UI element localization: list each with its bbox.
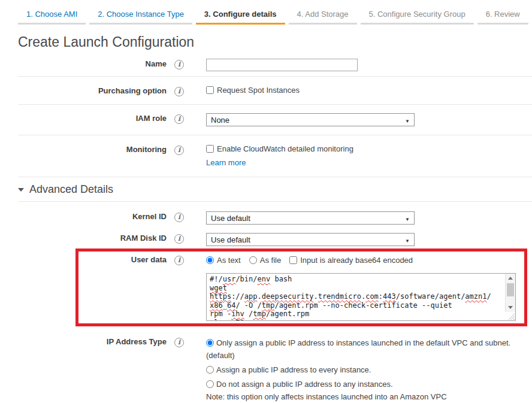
info-icon[interactable]: i [174,338,184,347]
monitoring-info: i [167,143,206,155]
tab-configure-details[interactable]: 3. Configure details [196,10,285,25]
user-data-label: User data [0,253,167,264]
dropdown-caret-icon [405,116,410,125]
wizard-steps: 1. Choose AMI2. Choose Instance Type3. C… [0,0,532,25]
iam-role-row: IAM role i None [0,105,532,135]
scroll-up-icon[interactable] [506,274,515,283]
user-data-textarea[interactable]: #!/usr/bin/env bashwgethttps://app.deeps… [206,273,516,321]
purchasing-option-label: Purchasing option [0,84,167,95]
kernel-id-select[interactable]: Use default [206,211,415,225]
ip-address-type-label: IP Address Type [0,335,167,346]
monitoring-row: Monitoring i Enable CloudWatch detailed … [0,135,532,177]
iam-role-label: IAM role [0,112,167,123]
ip-option-every-instance[interactable]: Assign a public IP address to every inst… [206,363,515,376]
purchasing-option-row: Purchasing option i Request Spot Instanc… [0,77,532,104]
ip-option-default-vpc[interactable]: Only assign a public IP address to insta… [206,337,515,362]
purchasing-info: i [167,84,206,96]
request-spot-instances-label: Request Spot Instances [217,86,300,95]
scroll-down-icon[interactable] [506,303,515,312]
dropdown-caret-icon [405,235,410,244]
base64-encoded-label: Input is already base64 encoded [300,256,413,265]
info-icon[interactable]: i [174,60,184,69]
monitoring-control: Enable CloudWatch detailed monitoring Le… [206,143,532,167]
ip-address-type-info: i [167,335,206,347]
ip-every-radio[interactable] [206,366,214,374]
as-file-radio[interactable] [249,256,257,264]
ram-disk-id-select[interactable]: Use default [206,233,415,246]
ip-option-default-vpc-label: Only assign a public IP address to insta… [206,338,510,360]
ip-none-radio[interactable] [206,380,214,388]
kernel-id-label: Kernel ID [0,210,167,221]
collapse-triangle-icon [18,188,24,192]
name-label: Name [0,57,167,68]
info-icon[interactable]: i [174,213,184,222]
info-icon[interactable]: i [174,146,184,155]
ram-disk-id-info: i [167,232,206,244]
info-icon[interactable]: i [174,87,184,96]
ip-address-note: Note: this option only affects instances… [206,392,515,401]
name-input[interactable] [206,59,358,71]
user-data-control: As text As file Input is already base64 … [206,253,532,321]
info-icon[interactable]: i [174,114,184,124]
textarea-scrollbar[interactable] [505,274,515,312]
ip-address-options: Only assign a public IP address to insta… [206,337,515,401]
name-info: i [167,57,206,69]
ip-address-type-control: Only assign a public IP address to insta… [206,335,532,401]
tab-configure-security-group: 5. Configure Security Group [361,10,474,25]
user-data-row: User data i As text As file Input is alr… [0,246,532,321]
tab-choose-ami[interactable]: 1. Choose AMI [18,10,86,25]
user-data-info: i [167,253,206,265]
cloudwatch-monitoring-checkbox[interactable] [206,145,214,153]
as-text-option[interactable]: As text [206,256,241,265]
cloudwatch-monitoring-label: Enable CloudWatch detailed monitoring [217,144,353,153]
as-file-label: As file [260,256,281,265]
kernel-id-info: i [167,210,206,222]
divider [18,177,532,177]
user-data-options: As text As file Input is already base64 … [206,254,532,265]
scrollbar-track[interactable] [506,296,515,303]
purchasing-control: Request Spot Instances [206,84,532,96]
ip-option-no-instances-label: Do not assign a public IP address to any… [216,380,393,389]
base64-encoded-option[interactable]: Input is already base64 encoded [289,256,413,265]
ip-address-type-row: IP Address Type i Only assign a public I… [0,321,532,401]
tab-add-storage: 4. Add Storage [289,10,357,25]
resize-grip-icon[interactable] [508,313,515,320]
as-file-option[interactable]: As file [249,256,281,265]
user-data-text: #!/usr/bin/env bashwgethttps://app.deeps… [207,274,504,320]
base64-encoded-checkbox[interactable] [289,256,297,264]
create-launch-configuration-page: 1. Choose AMI2. Choose Instance Type3. C… [0,0,532,403]
ip-default-radio[interactable] [206,339,214,347]
cloudwatch-monitoring-option[interactable]: Enable CloudWatch detailed monitoring [206,144,353,153]
scrollbar-thumb[interactable] [507,283,514,296]
learn-more-link[interactable]: Learn more [206,158,246,167]
as-text-label: As text [217,256,241,265]
info-icon[interactable]: i [174,234,184,244]
as-text-radio[interactable] [206,256,214,264]
ram-disk-id-row: RAM Disk ID i Use default [0,227,532,246]
dropdown-caret-icon [405,214,410,223]
ip-option-no-instances[interactable]: Do not assign a public IP address to any… [206,378,515,390]
kernel-id-control: Use default [206,210,532,225]
ip-option-every-instance-label: Assign a public IP address to every inst… [216,365,371,374]
info-icon[interactable]: i [174,256,184,265]
iam-role-select[interactable]: None [206,113,415,126]
kernel-id-selected-value: Use default [211,214,250,223]
kernel-id-row: Kernel ID i Use default [0,202,532,227]
ram-disk-id-control: Use default [206,232,532,246]
tab-review: 6. Review [477,10,528,25]
monitoring-label: Monitoring [0,143,167,154]
name-row: Name i [0,53,532,76]
page-title: Create Launch Configuration [18,34,532,50]
ram-disk-id-selected-value: Use default [211,235,250,244]
ram-disk-id-label: RAM Disk ID [0,232,167,243]
name-control [206,57,532,71]
advanced-details-heading: Advanced Details [29,183,113,196]
request-spot-instances-option[interactable]: Request Spot Instances [206,86,300,95]
request-spot-instances-checkbox[interactable] [206,86,214,94]
iam-role-selected-value: None [211,116,229,125]
iam-role-control: None [206,112,532,126]
tab-choose-instance-type[interactable]: 2. Choose Instance Type [89,10,192,25]
iam-role-info: i [167,112,206,124]
advanced-details-toggle[interactable]: Advanced Details [18,183,532,201]
